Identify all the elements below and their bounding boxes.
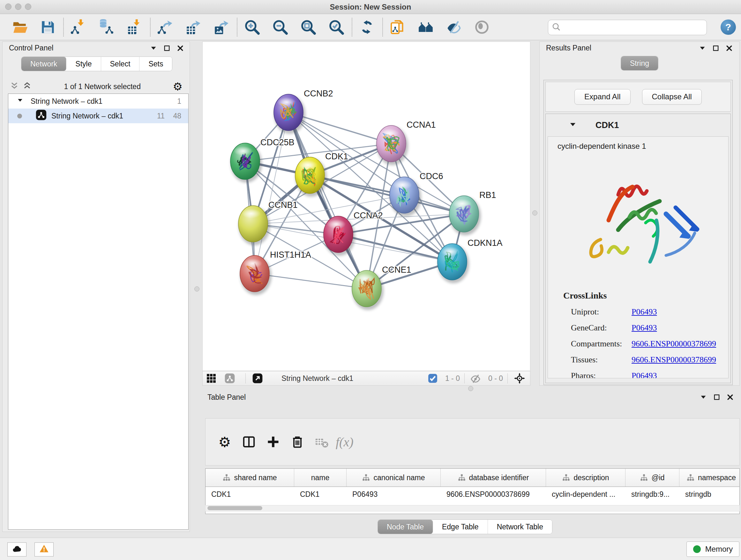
first-neighbors-button[interactable]	[417, 18, 434, 36]
column-header-description[interactable]: description	[546, 469, 625, 487]
cloud-status-button[interactable]	[7, 543, 26, 557]
new-network-from-selection-button[interactable]	[389, 18, 407, 36]
node-CDC6[interactable]	[390, 177, 421, 216]
import-table-from-file-button[interactable]	[126, 18, 144, 36]
float-panel-icon[interactable]	[713, 393, 721, 402]
collapse-all-button[interactable]: Collapse All	[642, 89, 702, 105]
hide-selected-button[interactable]	[445, 18, 463, 36]
memory-button[interactable]: Memory	[686, 542, 739, 557]
show-columns-icon[interactable]	[239, 432, 259, 452]
expand-all-button[interactable]: Expand All	[575, 89, 630, 105]
right-splitter-handle[interactable]	[532, 210, 537, 215]
collapse-all-icon[interactable]	[10, 81, 19, 92]
crosslink-link[interactable]: 9606.ENSP00000378699	[631, 355, 716, 365]
network-options-gear-icon[interactable]: ⚙	[173, 82, 183, 91]
section-caret-icon[interactable]	[546, 120, 577, 130]
network-graph[interactable]: CCNB2CCNA1CDC25BCDK1CDC6RB1CCNB1CCNA2CDK…	[203, 42, 530, 371]
node-CCNA1[interactable]	[377, 125, 408, 165]
node-CCNA2[interactable]	[324, 216, 355, 256]
collection-caret-icon[interactable]	[17, 97, 23, 106]
zoom-fit-content-button[interactable]	[299, 18, 317, 36]
table-cell[interactable]: cyclin-dependent ...	[546, 487, 625, 502]
table-horizontal-scrollbar[interactable]	[205, 505, 740, 511]
tab-style[interactable]: Style	[66, 57, 101, 71]
crosslink-link[interactable]: 9606.ENSP00000378699	[631, 339, 716, 349]
tab-select[interactable]: Select	[101, 57, 140, 71]
table-cell[interactable]: CDK1	[205, 487, 294, 502]
table-cell[interactable]: P06493	[347, 487, 441, 502]
node-CCNB2[interactable]	[274, 94, 306, 134]
close-panel-icon[interactable]	[726, 393, 734, 402]
search-input[interactable]	[561, 21, 706, 34]
table-cell[interactable]: stringdb:9...	[625, 487, 679, 502]
show-all-button[interactable]	[473, 18, 491, 36]
close-panel-icon[interactable]	[725, 44, 733, 53]
birdseye-view-icon[interactable]	[512, 368, 527, 388]
delete-column-icon[interactable]	[287, 432, 308, 452]
node-RB1[interactable]	[449, 196, 481, 235]
node-CDC25B[interactable]	[230, 143, 262, 183]
tab-network-table[interactable]: Network Table	[488, 520, 552, 534]
edge-CCNE1-CCNB2[interactable]	[288, 112, 367, 289]
tab-edge-table[interactable]: Edge Table	[433, 520, 488, 534]
crosslink-link[interactable]: P06493	[631, 307, 657, 317]
export-table-button[interactable]	[185, 18, 202, 36]
table-options-gear-icon[interactable]: ⚙	[218, 434, 231, 450]
zoom-selected-region-button[interactable]	[327, 18, 345, 36]
column-header-namespace[interactable]: namespace	[679, 469, 740, 487]
tab-string[interactable]: String	[621, 56, 658, 70]
left-splitter-handle[interactable]	[194, 287, 199, 292]
zoom-in-button[interactable]	[243, 18, 261, 36]
table-cell[interactable]: CDK1	[294, 487, 347, 502]
apply-preferred-layout-button[interactable]	[358, 18, 376, 36]
node-CDK1[interactable]	[295, 157, 327, 197]
open-in-browser-icon[interactable]	[250, 368, 265, 388]
export-network-button[interactable]	[156, 18, 174, 36]
node-HIST1H1A[interactable]	[240, 255, 272, 295]
panel-menu-icon[interactable]	[150, 44, 157, 53]
grid-view-icon[interactable]	[204, 368, 219, 388]
close-panel-icon[interactable]	[177, 44, 184, 53]
float-panel-icon[interactable]	[712, 44, 720, 53]
table-row[interactable]: CDK1CDK1P064939606.ENSP00000378699cyclin…	[205, 487, 739, 502]
hidden-elements-icon[interactable]	[469, 368, 482, 388]
search-box[interactable]	[548, 20, 707, 35]
node-CCNE1[interactable]	[352, 270, 384, 310]
network-badge-icon[interactable]	[222, 368, 237, 388]
node-CDKN1A[interactable]	[437, 244, 469, 283]
network-collection-row[interactable]: String Network – cdk1 1	[8, 94, 188, 109]
expand-all-icon[interactable]	[22, 81, 32, 92]
tab-sets[interactable]: Sets	[139, 57, 172, 71]
network-row-selected[interactable]: String Network – cdk1 11 48	[8, 109, 188, 123]
table-cell[interactable]: 9606.ENSP00000378699	[441, 487, 546, 502]
create-column-icon[interactable]	[263, 432, 283, 452]
panel-menu-icon[interactable]	[699, 393, 707, 402]
column-header-shared-name[interactable]: shared name	[205, 469, 294, 487]
warnings-button[interactable]	[35, 543, 54, 557]
column-header-database-identifier[interactable]: database identifier	[441, 469, 546, 487]
export-image-button[interactable]	[212, 18, 230, 36]
selected-nodes-checkbox[interactable]	[427, 368, 438, 388]
crosslink-link[interactable]: P06493	[631, 323, 657, 333]
table-cell[interactable]: stringdb	[679, 487, 740, 502]
column-header-canonical-name[interactable]: canonical name	[347, 469, 441, 487]
panel-menu-icon[interactable]	[698, 44, 706, 53]
edge-CDK1-RB1[interactable]	[310, 175, 464, 214]
float-panel-icon[interactable]	[163, 44, 171, 53]
edge-CCNB2-HIST1H1A[interactable]	[255, 112, 288, 273]
protein-section-header[interactable]: CDK1	[546, 114, 731, 136]
help-button[interactable]: ?	[721, 19, 736, 35]
tab-network[interactable]: Network	[21, 57, 66, 71]
import-network-from-database-button[interactable]	[98, 18, 116, 36]
column-header-name[interactable]: name	[294, 469, 347, 487]
tab-node-table[interactable]: Node Table	[378, 520, 433, 534]
network-canvas[interactable]: CCNB2CCNA1CDC25BCDK1CDC6RB1CCNB1CCNA2CDK…	[202, 42, 530, 371]
import-network-from-file-button[interactable]	[70, 18, 87, 36]
zoom-out-button[interactable]	[271, 18, 289, 36]
bottom-splitter-handle[interactable]	[468, 386, 473, 391]
crosslink-link[interactable]: P06493	[631, 371, 657, 378]
save-session-button[interactable]	[39, 18, 57, 36]
open-session-button[interactable]	[11, 18, 29, 36]
column-header--id[interactable]: @id	[625, 469, 679, 487]
scrollbar-thumb[interactable]	[207, 506, 262, 510]
